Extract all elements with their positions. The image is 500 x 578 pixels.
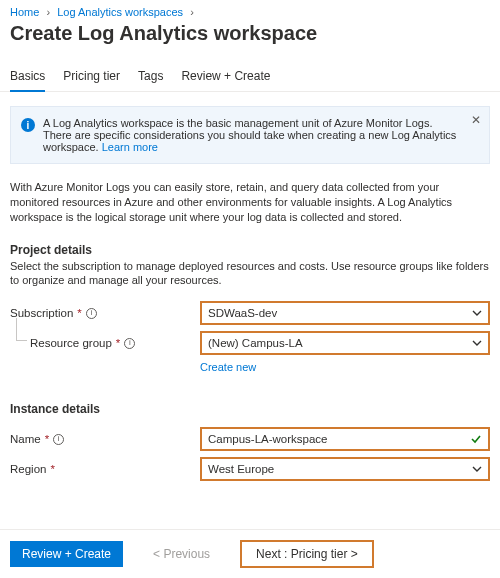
- previous-button: < Previous: [141, 541, 222, 567]
- review-create-button[interactable]: Review + Create: [10, 541, 123, 567]
- breadcrumb-home[interactable]: Home: [10, 6, 39, 18]
- info-icon[interactable]: i: [53, 434, 64, 445]
- tab-review-create[interactable]: Review + Create: [181, 63, 270, 91]
- section-project-details-title: Project details: [0, 239, 500, 259]
- info-icon[interactable]: i: [124, 338, 135, 349]
- tab-strip: Basics Pricing tier Tags Review + Create: [0, 63, 500, 92]
- field-region: Region* West Europe: [0, 454, 500, 484]
- create-new-row: Create new: [0, 358, 500, 374]
- region-label: Region*: [10, 463, 200, 475]
- region-select[interactable]: West Europe: [200, 457, 490, 481]
- required-icon: *: [50, 463, 54, 475]
- required-icon: *: [45, 433, 49, 445]
- required-icon: *: [116, 337, 120, 349]
- tab-tags[interactable]: Tags: [138, 63, 163, 91]
- close-icon[interactable]: ✕: [471, 113, 481, 127]
- create-new-link[interactable]: Create new: [200, 361, 256, 373]
- tab-pricing-tier[interactable]: Pricing tier: [63, 63, 120, 91]
- chevron-down-icon: [472, 464, 482, 474]
- info-banner-text: A Log Analytics workspace is the basic m…: [43, 117, 463, 153]
- section-instance-details-title: Instance details: [0, 398, 500, 418]
- wizard-footer: Review + Create < Previous Next : Pricin…: [0, 529, 500, 578]
- section-project-details-desc: Select the subscription to manage deploy…: [0, 259, 500, 299]
- check-icon: [470, 433, 482, 445]
- chevron-down-icon: [472, 308, 482, 318]
- required-icon: *: [77, 307, 81, 319]
- breadcrumb: Home › Log Analytics workspaces ›: [0, 0, 500, 18]
- name-label: Name* i: [10, 433, 200, 445]
- field-resource-group: Resource group* i (New) Campus-LA: [0, 328, 500, 358]
- page-title: Create Log Analytics workspace: [0, 18, 500, 63]
- subscription-select[interactable]: SDWaaS-dev: [200, 301, 490, 325]
- name-input[interactable]: Campus-LA-workspace: [200, 427, 490, 451]
- next-button[interactable]: Next : Pricing tier >: [240, 540, 374, 568]
- intro-text: With Azure Monitor Logs you can easily s…: [0, 174, 500, 239]
- breadcrumb-workspaces[interactable]: Log Analytics workspaces: [57, 6, 183, 18]
- chevron-down-icon: [472, 338, 482, 348]
- info-icon[interactable]: i: [86, 308, 97, 319]
- chevron-right-icon: ›: [42, 6, 54, 18]
- chevron-right-icon: ›: [186, 6, 198, 18]
- info-banner: i A Log Analytics workspace is the basic…: [10, 106, 490, 164]
- learn-more-link[interactable]: Learn more: [102, 141, 158, 153]
- info-icon: i: [21, 118, 35, 132]
- subscription-label: Subscription* i: [10, 307, 200, 319]
- tab-basics[interactable]: Basics: [10, 63, 45, 91]
- field-name: Name* i Campus-LA-workspace: [0, 424, 500, 454]
- resource-group-select[interactable]: (New) Campus-LA: [200, 331, 490, 355]
- resource-group-label: Resource group* i: [30, 337, 200, 349]
- field-subscription: Subscription* i SDWaaS-dev: [0, 298, 500, 328]
